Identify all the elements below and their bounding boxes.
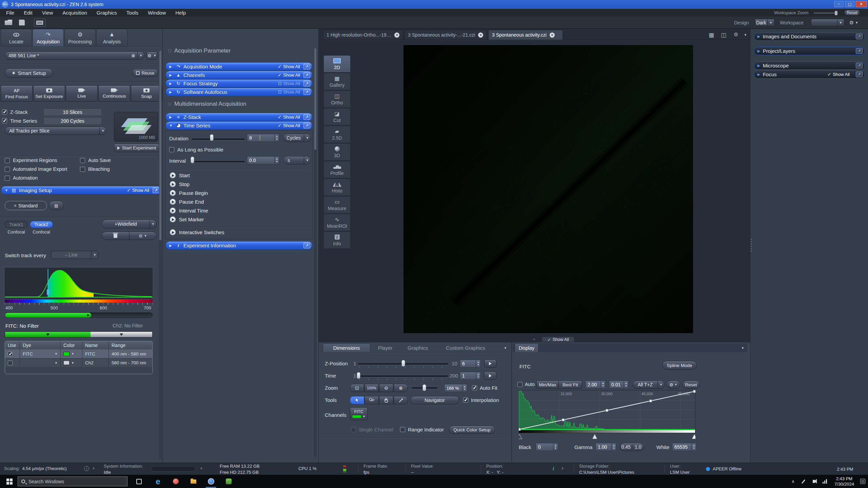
automation-checkbox[interactable] [5,176,10,181]
delete-track-button[interactable] [102,234,129,238]
menu-tools[interactable]: Tools [122,10,143,16]
snap-button[interactable]: Snap [131,85,162,102]
zposition-slider-handle[interactable] [401,360,405,367]
view-tab-gallery[interactable]: ▦Gallery [323,73,351,90]
save-icon[interactable] [19,20,25,25]
gamma-value[interactable]: 1.00▲▼ [595,443,616,451]
reuse-button[interactable]: Reuse [132,69,158,77]
chevron-up-icon[interactable]: ∧ [200,466,203,470]
tab-locate[interactable]: Locate [1,29,32,46]
show-all-toggle[interactable]: Show All [278,81,300,86]
section-focus-strategy[interactable]: ▶↻ Focus Strategy Show All↗ [165,79,313,88]
use-channel-checkbox[interactable] [8,351,13,356]
event-start[interactable]: Start [170,172,190,178]
popout-icon[interactable]: ↗ [303,89,310,95]
color-dropdown[interactable]: ▼ [61,359,82,367]
popout-icon[interactable]: ↗ [303,72,310,78]
picker-tool-button[interactable] [394,396,408,404]
open-file-icon[interactable] [5,20,12,25]
chevron-up-icon[interactable]: ∧ [561,466,564,470]
popout-icon[interactable]: ↗ [303,81,310,86]
event-pause-end[interactable]: Pause End [170,199,204,205]
find-focus-button[interactable]: AFFind Focus [1,85,33,102]
spinner-icons[interactable]: ▲▼ [691,443,696,451]
auto-checkbox[interactable] [517,382,522,387]
zposition-play-button[interactable] [484,360,496,368]
player-tab[interactable]: Player [372,343,399,352]
spinner-icons[interactable]: ▲▼ [462,384,467,392]
bleaching-checkbox[interactable] [80,167,85,172]
graphics-tab[interactable]: Graphics [400,343,435,352]
display-tab[interactable]: Display [515,343,538,352]
network-icon[interactable] [820,475,829,488]
scope-dropdown[interactable]: All T+Z▼ [633,381,665,389]
zoom-in-button[interactable]: ⊕ [394,384,408,392]
duration-value[interactable]: 8▲▼ [247,134,279,142]
spinner-icons[interactable]: ▲▼ [274,157,279,164]
info-circle-icon[interactable]: i [84,466,89,471]
app-icon-red[interactable] [168,475,183,488]
set-exposure-button[interactable]: Set Exposure [33,85,65,102]
panel-images-and-documents[interactable]: ▶ Images and Documents ↗ [754,32,865,41]
popout-icon[interactable]: ↗ [153,187,159,193]
event-set-marker[interactable]: Set Marker [170,217,204,222]
view-tab-2d[interactable]: 2D [323,55,351,73]
zen-app-icon[interactable] [203,475,218,488]
as-long-as-possible-checkbox[interactable] [169,147,174,152]
popout-icon[interactable]: ↗ [303,114,310,120]
view-tab-info[interactable]: iInfo [323,231,351,249]
imaging-setup-header[interactable]: ▼ ▤ Imaging Setup ✓Show All ↗ [1,186,162,195]
interval-slider-handle[interactable] [191,157,194,163]
cursor-tool-button[interactable] [350,396,364,404]
viewer-gear-icon[interactable]: ⚙ [734,32,738,38]
chevron-down-icon[interactable]: ▼ [504,346,507,350]
menu-help[interactable]: Help [171,10,191,16]
spinner-icons[interactable]: ▲▼ [476,372,480,380]
section-time-series[interactable]: ▼ Time Series ✓Show All↗ [165,121,313,130]
channel-fitc-button[interactable]: FITC▼ [350,407,368,420]
channel-row-ch2[interactable]: ▼ ▼ Ch2 580 nm - 700 nm [5,358,152,367]
min-max-button[interactable]: Min/Max [536,381,559,389]
interval-value[interactable]: 0.0▲▼ [247,156,279,164]
split-handle-icon[interactable] [120,333,123,336]
show-all-toggle[interactable]: ✓Show All [278,73,300,78]
tab-analysis[interactable]: ▲Analysis [96,29,127,46]
best-fit-low-value[interactable]: 2.00▲▼ [585,381,606,389]
event-interval-time[interactable]: Interval Time [170,208,208,214]
display-gear-dropdown[interactable]: ⚙▼ [667,381,680,389]
popout-icon[interactable]: ↗ [856,72,863,77]
tab-processing[interactable]: ⚙Processing [64,29,96,46]
action-center-icon[interactable] [858,475,867,488]
menu-acquisition[interactable]: Acquisition [58,10,92,16]
show-all-toggle[interactable]: ✓Show All [127,188,149,193]
menu-edit[interactable]: Edit [19,10,37,16]
section-experiment-information[interactable]: ▶ i Experiment Information ↗ [165,241,313,250]
zoom-value[interactable]: 166 %▲▼ [444,384,467,392]
close-icon[interactable]: × [478,33,483,38]
document-tab-1[interactable]: 1 High resolution-Ortho...-19.czi× [323,30,403,40]
zoom-100-button[interactable]: 100% [364,384,379,392]
show-all-toggle[interactable]: Show All [278,89,300,95]
edge-icon[interactable]: e [151,475,165,488]
section-software-autofocus[interactable]: ▶↻ Software Autofocus Show All↗ [165,88,313,96]
range-handle-icon[interactable] [87,314,90,317]
emission-spectrum-chart[interactable] [5,268,153,299]
event-pause-begin[interactable]: Pause Begin [170,190,208,196]
view-tab-meanroi[interactable]: ∿MeanROI [323,214,351,231]
custom-graphics-tab[interactable]: Custom Graphics [437,343,494,352]
document-tab-3[interactable]: 3 Spontaneous activity.czi× [488,30,563,40]
smart-setup-button[interactable]: ✶Smart Setup [5,68,53,78]
spinner-icons[interactable]: ▲▼ [600,381,605,388]
zoom-out-button[interactable]: ⊖ [379,384,393,392]
popout-icon[interactable]: ↗ [856,34,863,39]
workspace-zoom-reset-button[interactable]: Reset [844,10,860,16]
minimize-button[interactable]: – [834,1,844,7]
channel-row-fitc[interactable]: FITC▼ ▼ FITC 400 nm - 580 nm [5,349,152,358]
workspace-zoom-slider[interactable] [814,13,837,14]
split-handle-icon[interactable] [46,333,50,336]
show-all-toggle[interactable]: ✓Show All [827,72,850,77]
drag-grip-icon[interactable]: ∷ [168,48,171,54]
white-value[interactable]: 65535▲▼ [672,443,696,451]
center-scrollbar[interactable] [314,47,317,458]
spinner-icons[interactable]: ▲▼ [624,381,628,388]
